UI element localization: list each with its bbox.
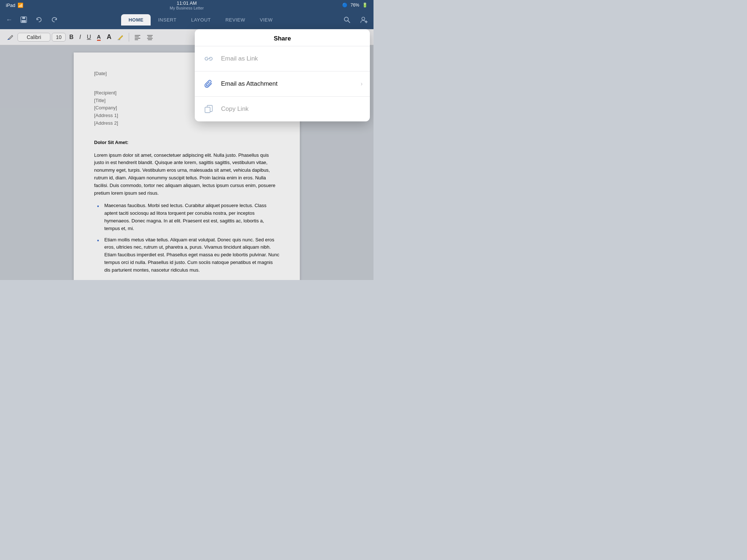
doc-title-status: My Business Letter [170, 6, 204, 10]
time-display: 11:01 AM [170, 0, 204, 6]
share-email-attachment-item[interactable]: Email as Attachment › [195, 71, 370, 97]
email-attachment-icon [202, 77, 215, 90]
svg-rect-2 [22, 20, 26, 23]
email-link-label: Email as Link [221, 55, 363, 62]
search-button[interactable] [340, 13, 354, 26]
tab-view[interactable]: VIEW [252, 14, 280, 26]
ipad-label: iPad [6, 3, 15, 8]
battery-label: 76% [351, 3, 359, 8]
battery-icon: 🔋 [362, 3, 368, 8]
tab-review[interactable]: REVIEW [218, 14, 252, 26]
copy-link-icon [202, 102, 215, 116]
undo-button[interactable] [32, 13, 46, 26]
share-email-link-item[interactable]: Email as Link [195, 46, 370, 71]
email-attachment-label: Email as Attachment [221, 80, 355, 88]
tab-home[interactable]: HOME [121, 14, 151, 26]
tab-insert[interactable]: INSERT [151, 14, 183, 26]
bluetooth-icon: 🔵 [342, 3, 348, 8]
svg-point-5 [362, 17, 365, 20]
share-copy-link-item[interactable]: Copy Link [195, 97, 370, 121]
svg-line-4 [348, 21, 350, 23]
svg-point-3 [344, 17, 348, 21]
add-person-button[interactable] [357, 13, 371, 26]
email-attachment-chevron: › [361, 81, 363, 87]
share-panel: Share Email as Link Email as Attachment … [195, 29, 370, 121]
main-toolbar: ← HOME INSERT LAYOUT REVIEW VIEW [0, 10, 374, 29]
redo-button[interactable] [47, 13, 61, 26]
wifi-icon: 📶 [18, 3, 23, 8]
email-link-icon [202, 52, 215, 65]
back-button[interactable]: ← [3, 14, 15, 26]
status-bar: iPad 📶 11:01 AM My Business Letter 🔵 76%… [0, 0, 374, 10]
save-button[interactable] [17, 13, 31, 26]
copy-link-label: Copy Link [221, 105, 363, 113]
svg-rect-19 [205, 107, 210, 113]
svg-rect-1 [22, 17, 25, 19]
tab-layout[interactable]: LAYOUT [184, 14, 218, 26]
share-panel-title: Share [195, 29, 370, 46]
nav-tabs: HOME INSERT LAYOUT REVIEW VIEW [63, 14, 338, 26]
